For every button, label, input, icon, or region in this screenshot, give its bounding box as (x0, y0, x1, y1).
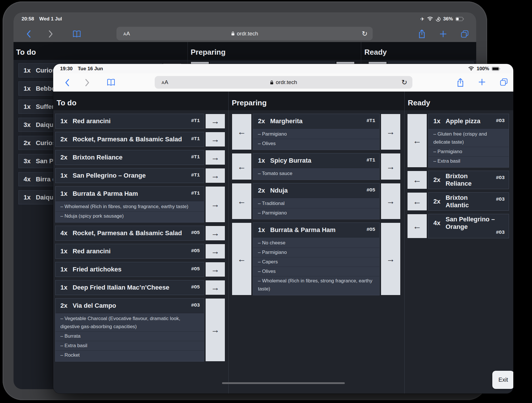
address-bar[interactable]: AA ordr.tech ↻ (155, 76, 412, 89)
order-name: San Pellegrino – Orange (445, 214, 505, 232)
order-modifier: – Traditional (253, 199, 379, 208)
order-card: 2xRocket, Parmesan & Balsamic Salad#T1→ (55, 132, 225, 147)
order-card-header: 2xBrixton Reliance#T1 (56, 150, 204, 165)
order-tag: #O5 (366, 187, 375, 193)
order-card: ←2xNduja#O5– Traditional– Parmigiano→ (232, 183, 401, 219)
move-left-button[interactable]: ← (407, 114, 427, 168)
order-modifiers: – Traditional– Parmigiano (253, 198, 379, 219)
order-qty: 1x (60, 284, 67, 291)
background-column-title-preparing: Preparing (191, 48, 225, 57)
order-qty: 1x (60, 266, 67, 273)
new-tab-button[interactable] (478, 78, 486, 87)
order-qty: 4x (24, 176, 30, 183)
home-indicator[interactable] (222, 382, 345, 384)
wifi-icon (468, 66, 474, 71)
order-tag: #O3 (496, 197, 505, 202)
order-qty: 1x (60, 172, 67, 179)
order-tag: #O5 (191, 284, 200, 290)
move-left-button[interactable]: ← (232, 114, 252, 150)
move-left-button[interactable]: ← (407, 192, 427, 211)
order-name: Margherita (270, 116, 363, 126)
order-modifier: – Rocket (56, 350, 204, 360)
background-column-title-todo: To do (16, 48, 36, 57)
share-button[interactable] (418, 29, 426, 39)
order-tag: #O5 (191, 266, 200, 272)
move-right-button[interactable]: → (205, 150, 225, 165)
move-right-button[interactable]: → (205, 226, 225, 241)
order-card-header: 1xDeep Fried Italian Mac’n’Cheese#O5 (56, 280, 204, 295)
order-modifier: – Wholemeal (Rich in fibres, strong frag… (56, 202, 204, 211)
order-modifier: – Parmigiano (253, 208, 379, 218)
order-card: 1xBurrata & Parma Ham#T1– Wholemeal (Ric… (55, 186, 225, 223)
order-modifier: – Wholemeal (Rich in fibres, strong frag… (253, 276, 379, 294)
order-name: Burrata & Parma Ham (270, 225, 363, 235)
order-qty: 4x (433, 219, 440, 227)
move-left-button[interactable]: ← (407, 171, 427, 189)
forward-button[interactable] (85, 79, 89, 86)
bookmarks-icon[interactable] (72, 30, 81, 38)
move-right-button[interactable]: → (205, 132, 225, 147)
move-right-button[interactable]: → (205, 298, 225, 362)
move-right-button[interactable]: → (381, 183, 401, 219)
date: Tue 16 Jun (78, 66, 103, 72)
move-left-button[interactable]: ← (232, 223, 252, 295)
battery-percent: 36% (443, 16, 453, 22)
clock: 20:58 (22, 16, 34, 22)
reload-button[interactable]: ↻ (362, 30, 368, 38)
order-card: 2xVia del Campo#O3– Vegetable Charcoal (… (55, 298, 225, 362)
order-name: Nduja (270, 185, 363, 196)
share-button[interactable] (457, 78, 464, 87)
order-card-body: 1xBurrata & Parma Ham#T1– Wholemeal (Ric… (55, 186, 204, 223)
order-tag: #O3 (191, 303, 200, 308)
exit-button[interactable]: Exit (492, 371, 513, 389)
move-left-button[interactable]: ← (232, 153, 252, 180)
order-qty: 1x (24, 67, 30, 74)
bookmarks-icon[interactable] (107, 79, 115, 86)
column-title-todo: To do (57, 98, 76, 107)
reload-button[interactable]: ↻ (401, 78, 407, 86)
move-right-button[interactable]: → (381, 223, 401, 295)
url-text: ordr.tech (276, 79, 297, 85)
address-bar[interactable]: AA ordr.tech ↻ (116, 27, 373, 40)
order-card: 1xDeep Fried Italian Mac’n’Cheese#O5→ (55, 280, 225, 295)
move-right-button[interactable]: → (205, 186, 225, 223)
new-tab-button[interactable] (439, 30, 447, 38)
order-card-header: 2xVia del Campo#O3 (56, 299, 204, 313)
order-tag: #T1 (191, 118, 200, 123)
order-qty: 2x (258, 187, 265, 194)
move-right-button[interactable]: → (205, 114, 225, 129)
order-qty: 1x (24, 194, 30, 201)
order-card-body: 1xDeep Fried Italian Mac’n’Cheese#O5 (55, 280, 204, 295)
order-qty: 2x (433, 198, 440, 205)
order-modifier: – Tomato sauce (253, 169, 379, 178)
order-tag: #T1 (366, 157, 375, 163)
order-card-header: 1xFried artichokes#O5 (56, 262, 204, 277)
order-name: Spicy Burrata (270, 155, 363, 166)
move-right-button[interactable]: → (205, 168, 225, 183)
order-modifier: – Parmigiano (253, 130, 379, 139)
battery-percent: 100% (477, 66, 489, 72)
order-card: ←1xSpicy Burrata#T1– Tomato sauce→ (232, 153, 401, 180)
rotation-lock-icon (436, 17, 441, 22)
tabs-button[interactable] (500, 78, 508, 87)
lock-icon (270, 80, 273, 85)
order-modifier: – Nduja (spicy pork sausage) (56, 211, 204, 221)
order-card: 1xRed arancini#T1→ (55, 114, 225, 129)
forward-button[interactable] (49, 30, 53, 38)
airplane-mode-icon: ✈ (420, 17, 424, 22)
order-name: Brixton Reliance (445, 171, 492, 189)
back-button[interactable] (65, 79, 69, 86)
preparing-column: ←2xMargherita#T1– Parmigiano– Olives→←1x… (232, 114, 401, 299)
move-left-button[interactable]: ← (407, 214, 427, 238)
move-right-button[interactable]: → (381, 114, 401, 150)
order-card: 2xBrixton Reliance#T1→ (55, 150, 225, 165)
move-right-button[interactable]: → (205, 244, 225, 259)
move-right-button[interactable]: → (381, 153, 401, 180)
order-qty: 4x (60, 229, 67, 237)
move-right-button[interactable]: → (205, 280, 225, 295)
move-right-button[interactable]: → (205, 262, 225, 277)
move-left-button[interactable]: ← (232, 183, 252, 219)
tabs-button[interactable] (461, 30, 469, 38)
order-card-body: 2xBrixton Atlantic#O3 (428, 192, 509, 211)
back-button[interactable] (26, 30, 31, 38)
